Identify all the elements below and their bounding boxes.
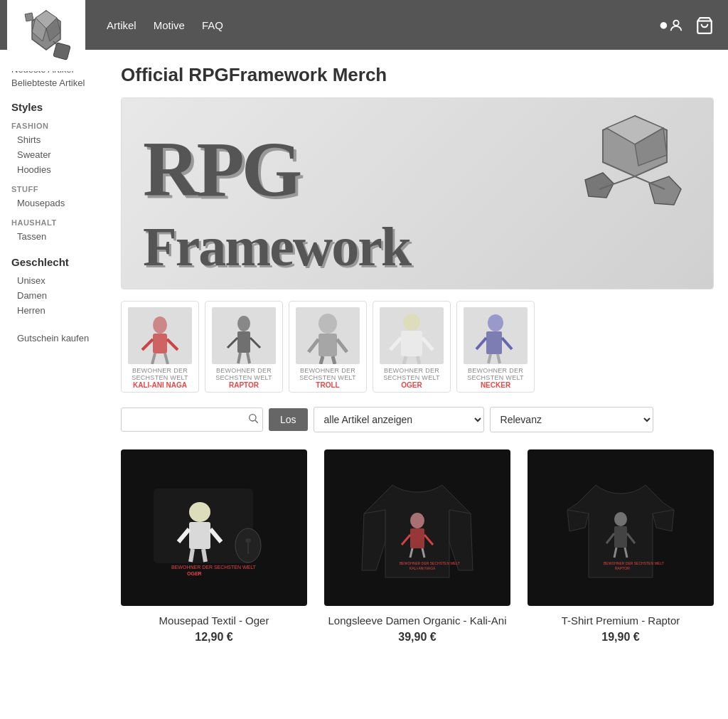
article-filter-select[interactable]: alle Artikel anzeigen Shirts Sweater Hoo… bbox=[314, 407, 484, 432]
account-icon[interactable]: ● bbox=[659, 16, 684, 34]
svg-marker-13 bbox=[649, 176, 681, 205]
product-mousepad-oger[interactable]: BEWOHNER DER SECHSTEN WELT OGER Mousepad… bbox=[121, 449, 307, 644]
svg-rect-62 bbox=[410, 528, 424, 548]
sidebar-sweater[interactable]: Sweater bbox=[11, 148, 102, 161]
sidebar-unisex[interactable]: Unisex bbox=[11, 274, 102, 287]
product-longsleeve-image: BEWOHNER DER SECHSTEN WELT KALI-ANI NAGA bbox=[324, 449, 510, 606]
svg-point-60 bbox=[245, 538, 251, 543]
svg-marker-6 bbox=[25, 13, 33, 21]
svg-line-38 bbox=[404, 356, 406, 364]
motif-oger-name: OGER bbox=[378, 381, 446, 389]
svg-line-44 bbox=[488, 354, 491, 363]
sidebar-stuff-group: STUFF Mousepads bbox=[11, 185, 102, 210]
sidebar-fashion-label: FASHION bbox=[11, 122, 102, 130]
sidebar-fashion-group: FASHION Shirts Sweater Hoodies bbox=[11, 122, 102, 176]
product-tshirt-raptor[interactable]: BEWOHNER DER SECHSTEN WELT RAPTOR T-Shir… bbox=[528, 449, 714, 644]
svg-line-55 bbox=[203, 549, 205, 562]
motif-kali-name: KALI-ANI NAGA bbox=[126, 381, 194, 389]
main-nav: Artikel Motive FAQ bbox=[107, 19, 223, 31]
svg-rect-29 bbox=[318, 334, 337, 356]
svg-rect-23 bbox=[237, 331, 250, 353]
svg-line-20 bbox=[152, 353, 155, 364]
svg-line-24 bbox=[228, 338, 237, 348]
site-logo[interactable] bbox=[7, 0, 85, 71]
sidebar-hoodies[interactable]: Hoodies bbox=[11, 163, 102, 176]
sidebar-tassen[interactable]: Tassen bbox=[11, 230, 102, 243]
svg-rect-35 bbox=[401, 331, 422, 356]
svg-line-26 bbox=[238, 353, 240, 363]
svg-text:OGER: OGER bbox=[187, 571, 202, 576]
svg-line-42 bbox=[476, 338, 486, 349]
svg-line-47 bbox=[255, 420, 258, 423]
motif-raptor-name: RAPTOR bbox=[210, 381, 278, 389]
motif-oger[interactable]: BEWOHNER DER SECHSTEN WELT OGER bbox=[373, 301, 451, 393]
motif-necker[interactable]: BEWOHNER DER SECHSTEN WELT NECKER bbox=[456, 301, 535, 393]
motif-raptor[interactable]: BEWOHNER DER SECHSTEN WELT RAPTOR bbox=[205, 301, 283, 393]
svg-rect-70 bbox=[614, 526, 627, 548]
svg-line-27 bbox=[247, 353, 250, 363]
svg-line-43 bbox=[502, 338, 512, 349]
sidebar-mousepads[interactable]: Mousepads bbox=[11, 196, 102, 210]
sidebar-damen[interactable]: Damen bbox=[11, 289, 102, 302]
svg-line-21 bbox=[165, 353, 168, 364]
cart-icon[interactable] bbox=[695, 15, 714, 34]
sidebar-herren[interactable]: Herren bbox=[11, 304, 102, 317]
search-button[interactable] bbox=[247, 412, 259, 427]
banner-framework-text: Framework bbox=[143, 219, 410, 275]
sidebar-shirts[interactable]: Shirts bbox=[11, 133, 102, 147]
motif-kali-label: BEWOHNER DER SECHSTEN WELT bbox=[126, 367, 194, 381]
svg-text:BEWOHNER DER SECHSTEN WELT: BEWOHNER DER SECHSTEN WELT bbox=[604, 561, 664, 565]
svg-line-30 bbox=[309, 339, 318, 352]
product-longsleeve-kali[interactable]: BEWOHNER DER SECHSTEN WELT KALI-ANI NAGA… bbox=[324, 449, 510, 644]
svg-point-22 bbox=[237, 316, 250, 331]
svg-point-46 bbox=[250, 415, 256, 421]
sidebar-stuff-label: STUFF bbox=[11, 185, 102, 193]
svg-line-37 bbox=[422, 338, 433, 350]
page-title: Official RPGFramework Merch bbox=[121, 64, 714, 86]
product-mousepad-image: BEWOHNER DER SECHSTEN WELT OGER bbox=[121, 449, 307, 606]
svg-point-7 bbox=[673, 21, 678, 26]
los-button[interactable]: Los bbox=[269, 408, 308, 431]
header: Artikel Motive FAQ ● bbox=[0, 0, 728, 50]
motif-necker-name: NECKER bbox=[461, 381, 530, 389]
motif-troll-label: BEWOHNER DER SECHSTEN WELT bbox=[294, 367, 362, 381]
svg-line-39 bbox=[417, 356, 419, 364]
svg-point-50 bbox=[189, 502, 210, 522]
sidebar-haushalt-label: HAUSHALT bbox=[11, 218, 102, 227]
sidebar-styles-title: Styles bbox=[11, 101, 102, 113]
motif-troll[interactable]: BEWOHNER DER SECHSTEN WELT TROLL bbox=[289, 301, 367, 393]
product-grid: BEWOHNER DER SECHSTEN WELT OGER Mousepad… bbox=[121, 449, 714, 644]
svg-line-19 bbox=[167, 339, 178, 350]
nav-faq[interactable]: FAQ bbox=[202, 19, 223, 31]
svg-point-61 bbox=[410, 513, 424, 528]
layout: Neueste Artikel Beliebteste Artikel Styl… bbox=[0, 50, 728, 719]
sidebar-voucher[interactable]: Gutschein kaufen bbox=[11, 331, 102, 345]
motif-necker-label: BEWOHNER DER SECHSTEN WELT bbox=[461, 367, 530, 381]
sidebar-popular[interactable]: Beliebteste Artikel bbox=[11, 78, 102, 88]
product-3-price: 19,90 € bbox=[528, 631, 714, 644]
svg-point-40 bbox=[488, 314, 503, 331]
product-2-price: 39,90 € bbox=[324, 631, 510, 644]
svg-line-25 bbox=[250, 338, 260, 348]
nav-artikel[interactable]: Artikel bbox=[107, 19, 136, 31]
sort-select[interactable]: Relevanz Preis aufsteigend Preis absteig… bbox=[490, 407, 653, 432]
svg-text:RAPTOR: RAPTOR bbox=[615, 566, 630, 570]
search-input[interactable] bbox=[121, 408, 263, 432]
svg-point-34 bbox=[403, 314, 420, 331]
header-icons: ● bbox=[659, 15, 714, 34]
svg-text:BEWOHNER DER SECHSTEN WELT: BEWOHNER DER SECHSTEN WELT bbox=[400, 561, 460, 565]
product-1-price: 12,90 € bbox=[121, 631, 307, 644]
nav-motive[interactable]: Motive bbox=[154, 19, 185, 31]
product-2-name: Longsleeve Damen Organic - Kali-Ani bbox=[324, 614, 510, 627]
main-content: Official RPGFramework Merch RPG bbox=[114, 50, 728, 719]
motif-troll-name: TROLL bbox=[294, 381, 362, 389]
motif-kali-ani[interactable]: BEWOHNER DER SECHSTEN WELT KALI-ANI NAGA bbox=[121, 301, 199, 393]
svg-line-45 bbox=[498, 354, 500, 363]
sidebar-haushalt-group: HAUSHALT Tassen bbox=[11, 218, 102, 243]
svg-point-69 bbox=[614, 512, 627, 526]
banner-dice-svg bbox=[564, 112, 692, 226]
svg-line-31 bbox=[337, 339, 347, 352]
svg-text:KALI-ANI NAGA: KALI-ANI NAGA bbox=[410, 566, 436, 570]
svg-line-36 bbox=[390, 338, 401, 350]
svg-text:BEWOHNER DER SECHSTEN WELT: BEWOHNER DER SECHSTEN WELT bbox=[171, 565, 257, 570]
